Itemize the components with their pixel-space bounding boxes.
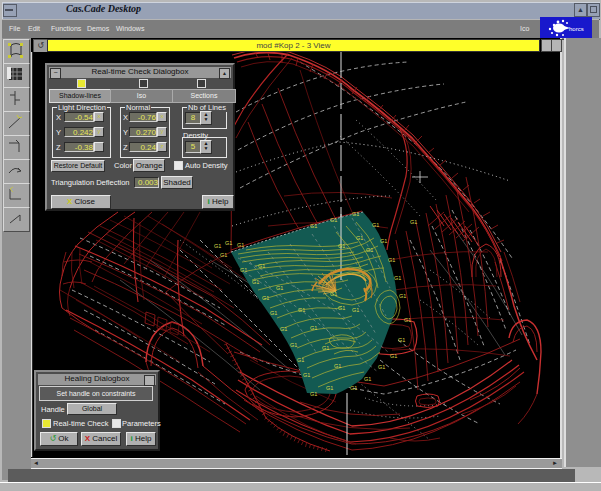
svg-text:G1: G1: [240, 267, 247, 273]
svg-text:G1: G1: [322, 345, 329, 351]
svg-text:G1: G1: [330, 217, 337, 223]
svg-text:G1: G1: [310, 223, 317, 229]
svg-text:G1: G1: [372, 222, 379, 228]
svg-text:G1: G1: [276, 285, 283, 291]
svg-text:G1: G1: [225, 240, 232, 246]
svg-text:G1: G1: [390, 353, 397, 359]
svg-text:G1: G1: [270, 310, 277, 316]
svg-text:G1: G1: [366, 247, 373, 253]
svg-text:G1: G1: [334, 363, 341, 369]
svg-text:G1: G1: [297, 357, 304, 363]
svg-text:G1: G1: [310, 325, 317, 331]
svg-text:G1: G1: [378, 364, 385, 370]
svg-text:G1: G1: [258, 263, 265, 269]
svg-text:horcs: horcs: [569, 26, 584, 32]
svg-text:G1: G1: [410, 219, 417, 225]
svg-text:G1: G1: [338, 305, 345, 311]
svg-text:G1: G1: [326, 385, 333, 391]
svg-text:G1: G1: [394, 275, 401, 281]
svg-text:G1: G1: [237, 242, 244, 248]
svg-text:G1: G1: [380, 238, 387, 244]
svg-text:G1: G1: [310, 391, 317, 397]
svg-text:G1: G1: [280, 326, 287, 332]
svg-text:G1: G1: [352, 211, 359, 217]
svg-text:G1: G1: [298, 307, 305, 313]
svg-text:G1: G1: [262, 295, 269, 301]
svg-text:G1: G1: [352, 307, 359, 313]
svg-text:G1: G1: [356, 235, 363, 241]
svg-text:G1: G1: [330, 291, 337, 297]
svg-text:G1: G1: [303, 372, 310, 378]
svg-text:G1: G1: [220, 252, 227, 258]
svg-text:G1: G1: [214, 243, 221, 249]
svg-text:G1: G1: [364, 376, 371, 382]
svg-text:G1: G1: [404, 317, 411, 323]
svg-text:G1: G1: [350, 385, 357, 391]
svg-text:G1: G1: [388, 257, 395, 263]
svg-text:G1: G1: [290, 342, 297, 348]
svg-text:G1: G1: [399, 293, 406, 299]
svg-text:G1: G1: [398, 337, 405, 343]
svg-text:G1: G1: [338, 243, 345, 249]
svg-text:G1: G1: [252, 279, 259, 285]
